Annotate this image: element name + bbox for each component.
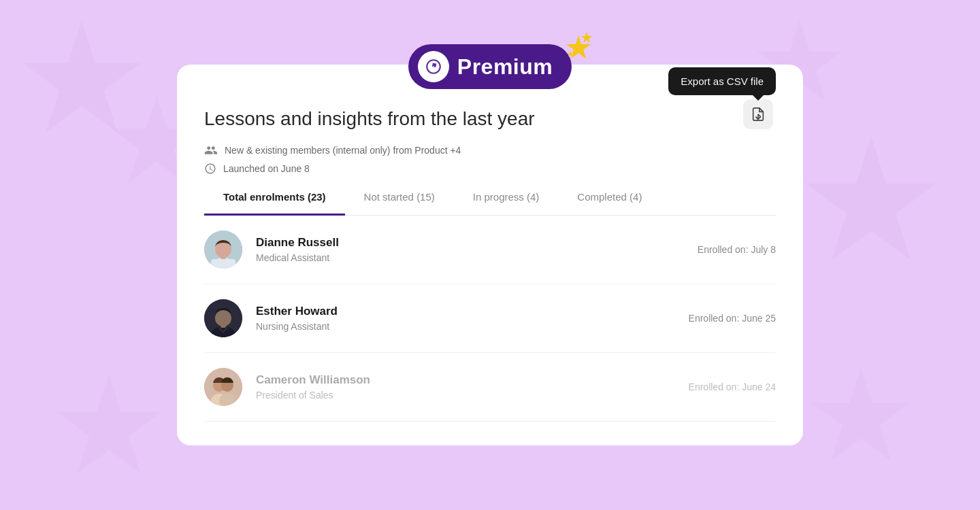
card-content: Lessons and insights from the last year … <box>177 108 803 180</box>
main-card: Premium Lessons and insights from the la… <box>177 65 803 445</box>
svg-marker-6 <box>566 35 591 58</box>
svg-marker-2 <box>806 136 936 260</box>
tab-not-started[interactable]: Not started (15) <box>345 180 454 216</box>
members-meta-row: New & existing members (internal only) f… <box>204 143 668 157</box>
svg-marker-8 <box>568 51 573 56</box>
members-meta-text: New & existing members (internal only) f… <box>225 145 461 156</box>
export-area: Export as CSV file <box>668 67 776 129</box>
member-role: Medical Assistant <box>256 252 698 263</box>
enroll-date: Enrolled on: June 24 <box>689 381 776 392</box>
tab-in-progress[interactable]: In progress (4) <box>454 180 559 216</box>
member-row: Esther Howard Nursing Assistant Enrolled… <box>204 284 776 353</box>
member-role: President of Sales <box>256 390 689 401</box>
header-row: Lessons and insights from the last year … <box>204 108 776 180</box>
member-info: Cameron Williamson President of Sales <box>256 373 689 401</box>
card-title: Lessons and insights from the last year <box>204 108 668 130</box>
tabs-bar: Total enrolments (23) Not started (15) I… <box>204 180 776 216</box>
tab-total-enrolments[interactable]: Total enrolments (23) <box>204 180 345 216</box>
members-list: Dianne Russell Medical Assistant Enrolle… <box>177 216 803 422</box>
export-icon <box>751 107 766 122</box>
premium-label: Premium <box>457 54 553 80</box>
enroll-date: Enrolled on: July 8 <box>698 244 776 255</box>
members-icon <box>204 143 218 157</box>
avatar-image <box>204 368 242 406</box>
svg-marker-7 <box>581 32 592 43</box>
member-name: Esther Howard <box>256 305 689 318</box>
svg-rect-15 <box>211 259 235 269</box>
member-info: Dianne Russell Medical Assistant <box>256 236 698 263</box>
avatar <box>204 299 242 337</box>
member-role: Nursing Assistant <box>256 321 689 332</box>
avatar-image <box>204 299 242 337</box>
premium-icon-circle <box>418 51 449 82</box>
enroll-date: Enrolled on: June 25 <box>689 313 776 324</box>
export-csv-button[interactable] <box>743 99 773 129</box>
tab-completed[interactable]: Completed (4) <box>558 180 661 216</box>
launched-meta-text: Launched on June 8 <box>223 163 310 174</box>
avatar-image <box>204 231 242 269</box>
compass-icon <box>425 58 442 75</box>
svg-marker-5 <box>812 367 910 460</box>
clock-icon <box>204 163 216 175</box>
export-tooltip: Export as CSV file <box>668 67 776 95</box>
premium-badge: Premium <box>408 44 572 89</box>
member-row: Dianne Russell Medical Assistant Enrolle… <box>204 216 776 284</box>
member-info: Esther Howard Nursing Assistant <box>256 305 689 332</box>
svg-point-19 <box>215 310 231 326</box>
header-left: Lessons and insights from the last year … <box>204 108 668 180</box>
avatar <box>204 231 242 269</box>
avatar <box>204 368 242 406</box>
svg-marker-4 <box>56 374 161 473</box>
launched-meta-row: Launched on June 8 <box>204 163 668 175</box>
member-name: Cameron Williamson <box>256 373 689 387</box>
member-row: Cameron Williamson President of Sales En… <box>204 353 776 422</box>
member-name: Dianne Russell <box>256 236 698 250</box>
svg-marker-0 <box>23 20 141 132</box>
